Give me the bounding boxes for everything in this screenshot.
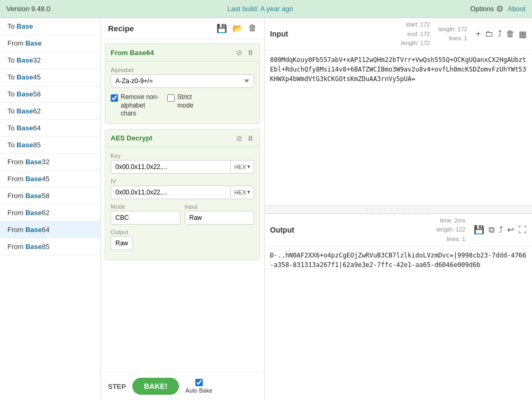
from-base64-op-title: From Base64 [111, 49, 154, 57]
key-input-wrapper: HEX ▾ [111, 160, 254, 174]
sidebar-item-to-base32[interactable]: To Base32 [0, 52, 100, 69]
input-field: Input Raw [185, 203, 255, 225]
header-right: Options ⚙ About [470, 4, 526, 14]
mode-input-row: Mode CBC Input Raw [111, 203, 254, 225]
open-recipe-icon[interactable]: 📂 [232, 23, 243, 33]
build-label: Last build: A year ago [228, 5, 293, 13]
output-expand-icon[interactable]: ⛶ [518, 225, 527, 235]
aes-decrypt-disable-icon[interactable]: ⊘ [236, 134, 242, 143]
output-export-icon[interactable]: ⤴ [499, 225, 503, 235]
iv-input[interactable] [111, 186, 230, 199]
output-field-row: Output Raw [111, 229, 254, 250]
output-pane: Output time: 2ms length: 122 lines: 1 💾 … [265, 214, 532, 401]
iv-label: IV [111, 178, 254, 184]
iv-input-wrapper: HEX ▾ [111, 185, 254, 199]
aes-decrypt-op-controls: ⊘ ⏸ [236, 134, 254, 143]
bake-button[interactable]: BAKE! [132, 378, 179, 395]
auto-bake-label: Auto Bake [185, 387, 212, 394]
from-base64-operation: From Base64 ⊘ ⏸ Alphabet A-Za-z0-9+/=A-Z… [105, 43, 260, 124]
recipe-toolbar: 💾 📂 🗑 [217, 23, 257, 33]
key-label: Key [111, 153, 254, 159]
empty-operation-area [105, 265, 260, 287]
key-format-select[interactable]: HEX ▾ [230, 161, 254, 173]
input-length2: 172 [457, 26, 467, 32]
output-save-icon[interactable]: 💾 [474, 225, 484, 235]
output-meta: time: 2ms length: 122 lines: 1 [437, 216, 465, 244]
input-layout-icon[interactable]: ▦ [519, 29, 527, 39]
sidebar-item-from-base62[interactable]: From Base62 [0, 205, 100, 221]
save-recipe-icon[interactable]: 💾 [217, 23, 227, 33]
input-header: Input start: 172 end: 172 length: 172 le… [265, 18, 532, 51]
app-header: Version 9.48.0 Last build: A year ago Op… [0, 0, 532, 18]
aes-decrypt-op-title: AES Decrypt [111, 134, 152, 142]
input-end: 172 [420, 31, 430, 37]
output-lines: 1 [462, 236, 465, 242]
key-format-label: HEX [234, 164, 246, 170]
from-base64-pause-icon[interactable]: ⏸ [247, 48, 254, 57]
sidebar-item-to-base64[interactable]: To Base64 [0, 120, 100, 137]
aes-decrypt-pause-icon[interactable]: ⏸ [247, 134, 254, 143]
iv-format-label: HEX [234, 189, 246, 195]
aes-decrypt-operation: AES Decrypt ⊘ ⏸ Key HEX ▾ [105, 129, 260, 260]
iv-format-chevron-icon: ▾ [247, 189, 250, 195]
mode-label: Mode [111, 203, 181, 210]
bottom-bar: STEP BAKE! Auto Bake [101, 372, 264, 400]
remove-nonalpha-label: Remove non-alphabetchars [121, 93, 159, 118]
io-divider: · · · · · · · · · · · [265, 206, 532, 214]
from-base64-op-body: Alphabet A-Za-z0-9+/=A-Za-z0-9-_=A-Za-z0… [105, 61, 259, 123]
remove-nonalpha-checkbox[interactable] [111, 94, 118, 102]
from-base64-op-header: From Base64 ⊘ ⏸ [105, 44, 259, 61]
sidebar-item-from-base64[interactable]: From Base64 [0, 221, 100, 238]
iv-field-row: IV HEX ▾ [111, 178, 254, 199]
sidebar-item-to-base62[interactable]: To Base62 [0, 103, 100, 120]
from-base64-disable-icon[interactable]: ⊘ [236, 48, 242, 57]
input-label: Input [185, 203, 255, 210]
sidebar-item-to-base85[interactable]: To Base85 [0, 137, 100, 154]
recipe-title: Recipe [108, 24, 134, 33]
output-copy-icon[interactable]: ⧉ [489, 225, 494, 235]
input-value[interactable]: Raw [185, 211, 255, 225]
about-link[interactable]: About [508, 5, 526, 13]
aes-decrypt-op-header: AES Decrypt ⊘ ⏸ [105, 130, 259, 147]
alphabet-label: Alphabet [111, 67, 254, 73]
sidebar-item-to-base45[interactable]: To Base45 [0, 69, 100, 86]
strict-mode-checkbox[interactable] [167, 94, 175, 102]
auto-bake-checkbox[interactable] [195, 379, 203, 386]
output-undo-icon[interactable]: ↩ [507, 225, 514, 235]
input-meta: start: 172 end: 172 length: 172 [401, 20, 430, 48]
input-add-icon[interactable]: + [476, 29, 481, 39]
operations-list: From Base64 ⊘ ⏸ Alphabet A-Za-z0-9+/=A-Z… [101, 39, 264, 372]
aes-decrypt-op-body: Key HEX ▾ IV [105, 147, 259, 260]
checkbox-row: Remove non-alphabetchars Strictmode [111, 93, 254, 118]
input-delete-icon[interactable]: 🗑 [506, 29, 515, 39]
output-length: 122 [456, 226, 465, 233]
output-time: 2ms [454, 217, 465, 224]
sidebar-item-from-base45[interactable]: From Base45 [0, 171, 100, 188]
options-button[interactable]: Options ⚙ [470, 4, 503, 14]
sidebar-item-from-base[interactable]: From Base [0, 35, 100, 52]
recipe-panel: Recipe 💾 📂 🗑 From Base64 ⊘ ⏸ Alphabet [101, 18, 265, 400]
input-export-icon[interactable]: ⤴ [498, 29, 502, 39]
mode-field: Mode CBC [111, 203, 181, 225]
sidebar-item-to-base[interactable]: To Base [0, 18, 100, 35]
input-folder-icon[interactable]: 🗀 [485, 29, 493, 39]
key-input[interactable] [111, 161, 230, 173]
input-toolbar: + 🗀 ⤴ 🗑 ▦ [476, 29, 527, 39]
mode-value[interactable]: CBC [111, 211, 181, 225]
output-label: Output [111, 229, 254, 235]
delete-recipe-icon[interactable]: 🗑 [248, 23, 257, 33]
sidebar-item-from-base32[interactable]: From Base32 [0, 154, 100, 171]
input-content[interactable]: 800MdqKouy0Fb557abV+xAP112wQHm22bTVrr+Vw… [265, 51, 532, 205]
main-layout: To Base From Base To Base32 To Base45 To… [0, 18, 532, 400]
remove-nonalpha-item: Remove non-alphabetchars [111, 93, 159, 118]
iv-format-select[interactable]: HEX ▾ [230, 186, 254, 198]
sidebar-item-from-base85[interactable]: From Base85 [0, 238, 100, 255]
output-value[interactable]: Raw [111, 236, 133, 250]
sidebar-item-from-base58[interactable]: From Base58 [0, 188, 100, 205]
sidebar-item-to-base58[interactable]: To Base58 [0, 86, 100, 103]
input-length-meta: 172 [420, 40, 430, 46]
options-label: Options [470, 5, 494, 13]
output-toolbar: 💾 ⧉ ⤴ ↩ ⛶ [474, 225, 527, 235]
step-label: STEP [108, 383, 126, 390]
alphabet-select[interactable]: A-Za-z0-9+/=A-Za-z0-9-_=A-Za-z0-9+/ [111, 74, 254, 88]
